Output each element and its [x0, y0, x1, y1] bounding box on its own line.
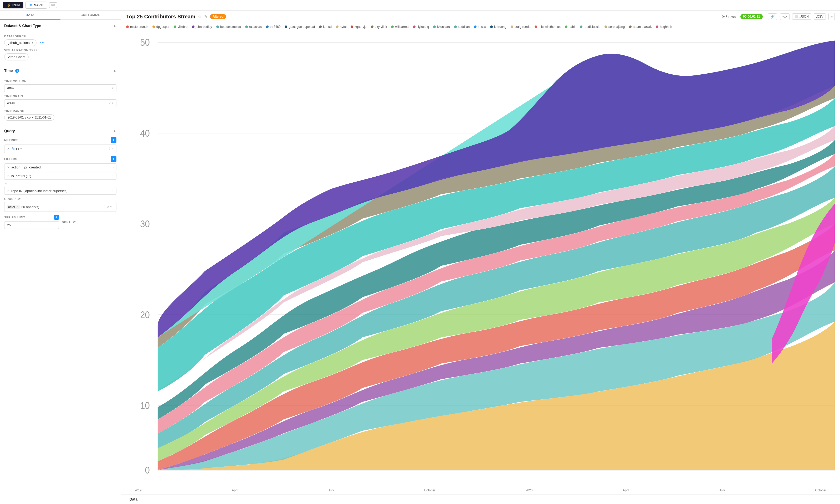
- datasource-button[interactable]: github_actions ▾: [4, 39, 37, 46]
- legend-item-nytai: nytai: [336, 25, 346, 29]
- time-column-label: TIME COLUMN: [4, 79, 117, 83]
- filter-row-1[interactable]: ✕ is_bot IN ('0') ›: [4, 172, 117, 180]
- chart-svg: 50 40 30 20 10 0: [126, 34, 835, 487]
- json-button[interactable]: ⬜ .JSON: [792, 13, 811, 20]
- svg-text:40: 40: [140, 128, 150, 139]
- filter-2-remove[interactable]: ✕: [7, 189, 10, 193]
- datasource-options-button[interactable]: [39, 41, 46, 44]
- time-range-button[interactable]: 2019-01-01 ≤ col < 2021-01-01: [4, 114, 54, 121]
- legend-dot-serenajiang: [605, 25, 607, 28]
- edit-icon[interactable]: ✎: [204, 15, 208, 19]
- legend-dot-etr2460: [266, 25, 269, 28]
- group-by-tag-actor: actor ✕: [6, 205, 20, 210]
- filter-1-remove[interactable]: ✕: [7, 174, 10, 178]
- metric-row-prs[interactable]: ✕ ƒx PRs ⓘ ›: [4, 145, 117, 153]
- code-button[interactable]: </>: [780, 13, 790, 20]
- filter-row-0[interactable]: ✕ action = pr_created ›: [4, 163, 117, 171]
- legend-item-john-bodley: john-bodley: [192, 25, 212, 29]
- legend-dot-craig-rueda: [511, 25, 513, 28]
- rows-count: 945 rows: [722, 15, 736, 19]
- group-by-tag-remove[interactable]: ✕: [16, 205, 19, 209]
- section-dataset-chevron: ▲: [113, 24, 117, 28]
- section-time-header[interactable]: Time i ▲: [0, 65, 121, 76]
- altered-badge: Altered: [210, 14, 226, 19]
- warning-icon: ⚠: [4, 182, 7, 186]
- svg-text:30: 30: [140, 219, 150, 229]
- chart-area: 50 40 30 20 10 0: [121, 31, 840, 487]
- sort-by-col: SORT BY: [62, 220, 117, 224]
- legend-dot-bkyryliuk: [371, 25, 374, 28]
- legend-item-adam-stasiak: adam-stasiak: [629, 25, 651, 29]
- metrics-add-button[interactable]: +: [111, 137, 117, 143]
- svg-text:0: 0: [145, 465, 150, 475]
- keyboard-shortcut-icon[interactable]: ⌨: [49, 2, 57, 8]
- legend-item-suddjian: suddjian: [454, 25, 470, 29]
- menu-button[interactable]: ≡: [828, 13, 835, 20]
- warning-row: ⚠: [4, 181, 117, 187]
- legend-item-bkyryliuk: bkyryliuk: [371, 25, 387, 29]
- series-limit-add[interactable]: +: [54, 215, 59, 220]
- share-button[interactable]: 🔗: [768, 13, 777, 20]
- filter-0-expand[interactable]: ›: [112, 165, 113, 169]
- section-time-body: TIME COLUMN dttm ▾ TIME GRAIN week ✕ ▾ T…: [0, 76, 121, 125]
- time-grain-clear[interactable]: ✕: [108, 102, 111, 105]
- time-grain-select[interactable]: week ✕ ▾: [4, 99, 117, 107]
- legend-item-mistercrunch: mistercrunch: [126, 25, 148, 29]
- section-dataset-header[interactable]: Dataset & Chart Type ▲: [0, 20, 121, 31]
- metrics-header-row: METRICS +: [4, 137, 117, 143]
- chart-title: Top 25 Contributors Stream: [126, 14, 195, 20]
- section-query: Query ▲ METRICS + ✕ ƒx PRs ⓘ ›: [0, 125, 121, 233]
- sort-by-label: SORT BY: [62, 220, 76, 223]
- legend-dot-kkucharc: [433, 25, 436, 28]
- run-button[interactable]: ⚡ RUN: [3, 2, 23, 8]
- filter-0-remove[interactable]: ✕: [7, 165, 10, 169]
- star-icon[interactable]: ☆: [198, 14, 201, 19]
- legend-item-lilykuang: lilykuang: [413, 25, 429, 29]
- filter-row-2[interactable]: ✕ repo IN ('apache/incubator-superset') …: [4, 187, 117, 195]
- panel-tabs: DATA CUSTOMIZE: [0, 11, 121, 20]
- group-by-select[interactable]: actor ✕ 20 option(s) ✕ ▾: [4, 202, 117, 212]
- viz-type-button[interactable]: Area Chart: [4, 53, 29, 60]
- legend-dot-suddjian: [454, 25, 457, 28]
- filter-2-expand[interactable]: ›: [112, 189, 113, 193]
- dot3: [43, 42, 44, 43]
- filters-header-row: FILTERS +: [4, 156, 117, 162]
- legend-item-riahk: riahk: [565, 25, 576, 29]
- json-icon: ⬜: [794, 15, 799, 18]
- series-limit-input[interactable]: 25: [4, 221, 59, 229]
- data-toggle-button[interactable]: › Data: [126, 497, 835, 501]
- time-column-chevron: ▾: [112, 87, 113, 90]
- data-toggle-chevron: ›: [126, 497, 127, 501]
- metric-expand-icon[interactable]: ›: [112, 147, 113, 151]
- legend-item-robdiciuccio: robdiciuccio: [580, 25, 600, 29]
- metric-info-icon[interactable]: ⓘ: [109, 146, 112, 151]
- filters-add-button[interactable]: +: [111, 156, 117, 162]
- tab-customize[interactable]: CUSTOMIZE: [60, 11, 121, 19]
- toolbar: ⚡ RUN ⚙ SAVE ⌨: [0, 0, 840, 11]
- tab-data[interactable]: DATA: [0, 11, 60, 20]
- legend-item-ktmud: ktmud: [319, 25, 332, 29]
- metric-func-icon: ƒx: [11, 147, 15, 150]
- legend-item-dpgaspar: dpgaspar: [153, 25, 169, 29]
- legend-dot-betodealmeida: [216, 25, 219, 28]
- legend-item-villebro: villebro: [174, 25, 187, 29]
- section-query-header[interactable]: Query ▲: [0, 125, 121, 136]
- metrics-label: METRICS: [4, 139, 18, 142]
- section-time: Time i ▲ TIME COLUMN dttm ▾ TIME GRAIN w…: [0, 65, 121, 125]
- time-info-icon[interactable]: i: [15, 69, 19, 73]
- legend-dot-rusackas: [245, 25, 248, 28]
- series-sort-row: SERIES LIMIT + 25 SORT BY: [4, 215, 117, 229]
- left-panel: DATA CUSTOMIZE Dataset & Chart Type ▲ DA…: [0, 11, 121, 504]
- run-icon: ⚡: [7, 3, 11, 7]
- time-column-select[interactable]: dttm ▾: [4, 84, 117, 92]
- section-query-body: METRICS + ✕ ƒx PRs ⓘ › FILTERS +: [0, 136, 121, 233]
- section-dataset-body: DATASOURCE github_actions ▾ VISUALIZATIO…: [0, 31, 121, 65]
- csv-button[interactable]: .CSV: [814, 13, 826, 20]
- chart-header: Top 25 Contributors Stream ☆ ✎ Altered 9…: [121, 11, 840, 23]
- legend-dot-mistercrunch: [126, 25, 129, 28]
- metric-remove-x[interactable]: ✕: [7, 147, 10, 150]
- section-query-chevron: ▲: [113, 129, 117, 133]
- filter-1-expand[interactable]: ›: [112, 174, 113, 178]
- time-grain-chevron: ▾: [112, 102, 113, 105]
- save-button[interactable]: ⚙ SAVE: [25, 2, 47, 9]
